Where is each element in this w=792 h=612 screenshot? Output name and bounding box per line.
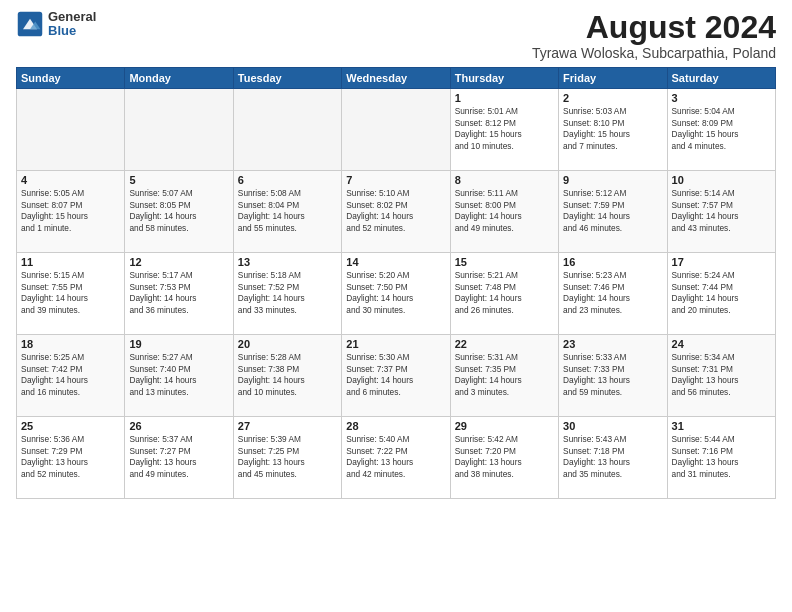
day-number: 13 [238,256,337,268]
calendar-cell: 27Sunrise: 5:39 AM Sunset: 7:25 PM Dayli… [233,417,341,499]
calendar-week-1: 1Sunrise: 5:01 AM Sunset: 8:12 PM Daylig… [17,89,776,171]
calendar-cell: 11Sunrise: 5:15 AM Sunset: 7:55 PM Dayli… [17,253,125,335]
day-info: Sunrise: 5:04 AM Sunset: 8:09 PM Dayligh… [672,106,771,152]
day-info: Sunrise: 5:18 AM Sunset: 7:52 PM Dayligh… [238,270,337,316]
day-number: 9 [563,174,662,186]
calendar-cell: 18Sunrise: 5:25 AM Sunset: 7:42 PM Dayli… [17,335,125,417]
day-number: 2 [563,92,662,104]
day-number: 11 [21,256,120,268]
logo-general-label: General [48,10,96,24]
day-info: Sunrise: 5:01 AM Sunset: 8:12 PM Dayligh… [455,106,554,152]
day-number: 20 [238,338,337,350]
day-info: Sunrise: 5:33 AM Sunset: 7:33 PM Dayligh… [563,352,662,398]
day-number: 22 [455,338,554,350]
calendar-cell: 4Sunrise: 5:05 AM Sunset: 8:07 PM Daylig… [17,171,125,253]
calendar-cell: 15Sunrise: 5:21 AM Sunset: 7:48 PM Dayli… [450,253,558,335]
calendar-cell: 26Sunrise: 5:37 AM Sunset: 7:27 PM Dayli… [125,417,233,499]
calendar-cell [342,89,450,171]
location-title: Tyrawa Woloska, Subcarpathia, Poland [532,45,776,61]
day-info: Sunrise: 5:30 AM Sunset: 7:37 PM Dayligh… [346,352,445,398]
day-number: 14 [346,256,445,268]
calendar-cell: 6Sunrise: 5:08 AM Sunset: 8:04 PM Daylig… [233,171,341,253]
calendar-cell: 23Sunrise: 5:33 AM Sunset: 7:33 PM Dayli… [559,335,667,417]
calendar-cell: 1Sunrise: 5:01 AM Sunset: 8:12 PM Daylig… [450,89,558,171]
day-number: 15 [455,256,554,268]
day-info: Sunrise: 5:44 AM Sunset: 7:16 PM Dayligh… [672,434,771,480]
day-number: 1 [455,92,554,104]
day-number: 4 [21,174,120,186]
day-number: 5 [129,174,228,186]
day-number: 27 [238,420,337,432]
col-sunday: Sunday [17,68,125,89]
day-info: Sunrise: 5:15 AM Sunset: 7:55 PM Dayligh… [21,270,120,316]
day-info: Sunrise: 5:07 AM Sunset: 8:05 PM Dayligh… [129,188,228,234]
col-friday: Friday [559,68,667,89]
calendar-cell: 3Sunrise: 5:04 AM Sunset: 8:09 PM Daylig… [667,89,775,171]
calendar-cell: 16Sunrise: 5:23 AM Sunset: 7:46 PM Dayli… [559,253,667,335]
day-info: Sunrise: 5:05 AM Sunset: 8:07 PM Dayligh… [21,188,120,234]
calendar-cell: 30Sunrise: 5:43 AM Sunset: 7:18 PM Dayli… [559,417,667,499]
calendar-cell: 2Sunrise: 5:03 AM Sunset: 8:10 PM Daylig… [559,89,667,171]
day-number: 6 [238,174,337,186]
day-info: Sunrise: 5:11 AM Sunset: 8:00 PM Dayligh… [455,188,554,234]
calendar-cell: 31Sunrise: 5:44 AM Sunset: 7:16 PM Dayli… [667,417,775,499]
day-info: Sunrise: 5:31 AM Sunset: 7:35 PM Dayligh… [455,352,554,398]
calendar-cell [125,89,233,171]
calendar-week-4: 18Sunrise: 5:25 AM Sunset: 7:42 PM Dayli… [17,335,776,417]
header: General Blue August 2024 Tyrawa Woloska,… [16,10,776,61]
logo: General Blue [16,10,96,39]
day-number: 8 [455,174,554,186]
day-info: Sunrise: 5:43 AM Sunset: 7:18 PM Dayligh… [563,434,662,480]
day-info: Sunrise: 5:10 AM Sunset: 8:02 PM Dayligh… [346,188,445,234]
day-info: Sunrise: 5:25 AM Sunset: 7:42 PM Dayligh… [21,352,120,398]
day-number: 25 [21,420,120,432]
calendar-week-2: 4Sunrise: 5:05 AM Sunset: 8:07 PM Daylig… [17,171,776,253]
calendar-week-5: 25Sunrise: 5:36 AM Sunset: 7:29 PM Dayli… [17,417,776,499]
day-info: Sunrise: 5:28 AM Sunset: 7:38 PM Dayligh… [238,352,337,398]
day-info: Sunrise: 5:36 AM Sunset: 7:29 PM Dayligh… [21,434,120,480]
calendar-table: Sunday Monday Tuesday Wednesday Thursday… [16,67,776,499]
day-info: Sunrise: 5:37 AM Sunset: 7:27 PM Dayligh… [129,434,228,480]
day-info: Sunrise: 5:03 AM Sunset: 8:10 PM Dayligh… [563,106,662,152]
calendar-cell: 29Sunrise: 5:42 AM Sunset: 7:20 PM Dayli… [450,417,558,499]
calendar-cell: 5Sunrise: 5:07 AM Sunset: 8:05 PM Daylig… [125,171,233,253]
day-number: 21 [346,338,445,350]
day-info: Sunrise: 5:14 AM Sunset: 7:57 PM Dayligh… [672,188,771,234]
day-number: 3 [672,92,771,104]
calendar-cell: 14Sunrise: 5:20 AM Sunset: 7:50 PM Dayli… [342,253,450,335]
day-info: Sunrise: 5:40 AM Sunset: 7:22 PM Dayligh… [346,434,445,480]
calendar-cell: 13Sunrise: 5:18 AM Sunset: 7:52 PM Dayli… [233,253,341,335]
calendar-cell [17,89,125,171]
day-info: Sunrise: 5:17 AM Sunset: 7:53 PM Dayligh… [129,270,228,316]
day-number: 16 [563,256,662,268]
day-info: Sunrise: 5:42 AM Sunset: 7:20 PM Dayligh… [455,434,554,480]
day-info: Sunrise: 5:23 AM Sunset: 7:46 PM Dayligh… [563,270,662,316]
day-info: Sunrise: 5:08 AM Sunset: 8:04 PM Dayligh… [238,188,337,234]
day-number: 31 [672,420,771,432]
day-info: Sunrise: 5:27 AM Sunset: 7:40 PM Dayligh… [129,352,228,398]
calendar-cell: 17Sunrise: 5:24 AM Sunset: 7:44 PM Dayli… [667,253,775,335]
day-number: 29 [455,420,554,432]
day-number: 30 [563,420,662,432]
calendar-cell [233,89,341,171]
header-row: Sunday Monday Tuesday Wednesday Thursday… [17,68,776,89]
logo-text: General Blue [48,10,96,39]
calendar-cell: 20Sunrise: 5:28 AM Sunset: 7:38 PM Dayli… [233,335,341,417]
col-wednesday: Wednesday [342,68,450,89]
day-number: 23 [563,338,662,350]
logo-icon [16,10,44,38]
calendar-cell: 19Sunrise: 5:27 AM Sunset: 7:40 PM Dayli… [125,335,233,417]
calendar-cell: 8Sunrise: 5:11 AM Sunset: 8:00 PM Daylig… [450,171,558,253]
page: General Blue August 2024 Tyrawa Woloska,… [0,0,792,612]
day-number: 10 [672,174,771,186]
calendar-cell: 25Sunrise: 5:36 AM Sunset: 7:29 PM Dayli… [17,417,125,499]
day-info: Sunrise: 5:21 AM Sunset: 7:48 PM Dayligh… [455,270,554,316]
day-number: 28 [346,420,445,432]
calendar-cell: 7Sunrise: 5:10 AM Sunset: 8:02 PM Daylig… [342,171,450,253]
calendar-cell: 22Sunrise: 5:31 AM Sunset: 7:35 PM Dayli… [450,335,558,417]
day-number: 24 [672,338,771,350]
col-saturday: Saturday [667,68,775,89]
day-number: 19 [129,338,228,350]
day-info: Sunrise: 5:20 AM Sunset: 7:50 PM Dayligh… [346,270,445,316]
calendar-cell: 9Sunrise: 5:12 AM Sunset: 7:59 PM Daylig… [559,171,667,253]
